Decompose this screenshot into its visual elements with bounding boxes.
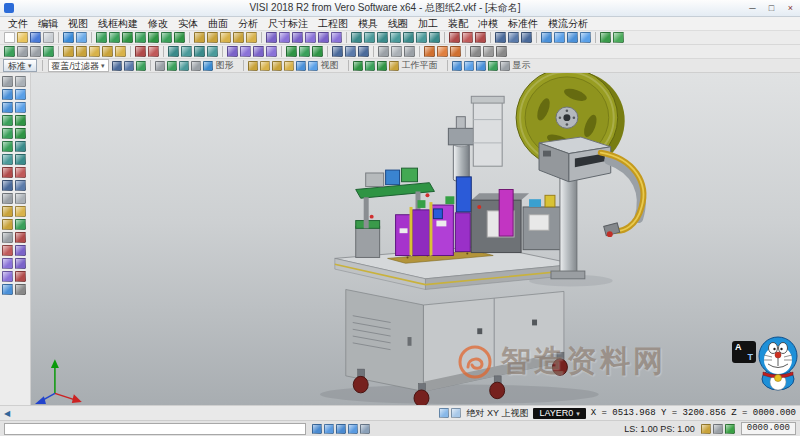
spline-icon[interactable] [174, 32, 185, 43]
colors-icon[interactable] [15, 180, 26, 191]
mesh-tools-icon[interactable] [15, 154, 26, 165]
undo-icon[interactable] [63, 32, 74, 43]
render-icon[interactable] [424, 46, 435, 57]
layer-indicator[interactable]: LAYER0 ▾ [533, 408, 585, 419]
snap-end-icon[interactable] [324, 424, 334, 434]
z-depth-readout[interactable]: 0000.000 [741, 422, 796, 435]
create-solid-icon[interactable] [2, 154, 13, 165]
create-arc-icon[interactable] [15, 128, 26, 139]
catalog-icon[interactable] [358, 46, 369, 57]
isolate-icon[interactable] [15, 193, 26, 204]
ortho-lock-icon[interactable] [360, 424, 370, 434]
coordinate-mode[interactable]: 绝对 XY 上视图 [467, 407, 529, 420]
wireframe-display-icon[interactable] [155, 61, 165, 71]
zoom-fit-icon[interactable] [541, 32, 552, 43]
array-icon[interactable] [331, 32, 342, 43]
axis-mode-icon[interactable] [439, 408, 449, 418]
snap-mid-icon[interactable] [336, 424, 346, 434]
shell-icon[interactable] [403, 32, 414, 43]
post-process-icon[interactable] [312, 46, 323, 57]
boolean-union-icon[interactable] [416, 32, 427, 43]
select-icon[interactable] [2, 76, 13, 87]
offset-icon[interactable] [246, 32, 257, 43]
rotate-tool-icon[interactable] [15, 258, 26, 269]
color-filter-icon[interactable] [136, 61, 146, 71]
top-view-icon[interactable] [248, 61, 258, 71]
plane-custom-icon[interactable] [389, 61, 399, 71]
wcs-status-icon[interactable] [701, 424, 711, 434]
menu-item-16[interactable]: 标准件 [503, 17, 543, 31]
units-icon[interactable] [713, 424, 723, 434]
measure-tool-icon[interactable] [2, 245, 13, 256]
orbit-view-icon[interactable] [296, 61, 306, 71]
create-line-icon[interactable] [15, 115, 26, 126]
layers-icon[interactable] [2, 180, 13, 191]
wcs-tool-icon[interactable] [2, 206, 13, 217]
zoom-in-icon[interactable] [452, 61, 462, 71]
menu-item-14[interactable]: 装配 [443, 17, 473, 31]
view-iso-icon[interactable] [102, 46, 113, 57]
plane-mode-icon[interactable] [451, 408, 461, 418]
grid-toggle-icon[interactable] [378, 46, 389, 57]
plugins-icon[interactable] [470, 46, 481, 57]
delete-tool-icon[interactable] [15, 271, 26, 282]
transparent-display-icon[interactable] [179, 61, 189, 71]
trim-icon[interactable] [194, 32, 205, 43]
dimension-tool-icon[interactable] [2, 167, 13, 178]
open-folder-icon[interactable] [17, 32, 28, 43]
material-library-icon[interactable] [332, 46, 343, 57]
chamfer-icon[interactable] [233, 32, 244, 43]
plane-xy-icon[interactable] [353, 61, 363, 71]
perspective-view-icon[interactable] [43, 46, 54, 57]
menu-item-5[interactable]: 修改 [143, 17, 173, 31]
menu-item-15[interactable]: 冲模 [473, 17, 503, 31]
section-view-icon[interactable] [135, 46, 146, 57]
circle-icon[interactable] [148, 32, 159, 43]
layer-filter-icon[interactable] [112, 61, 122, 71]
side-view-icon[interactable] [272, 61, 282, 71]
collapse-arrow-icon[interactable]: ◀ [4, 409, 10, 418]
line-icon[interactable] [109, 32, 120, 43]
new-file-icon[interactable] [4, 32, 15, 43]
maximize-button[interactable]: □ [762, 1, 781, 16]
edges-display-icon[interactable] [191, 61, 201, 71]
show-hide-icon[interactable] [2, 193, 13, 204]
snap-tool-icon[interactable] [2, 219, 13, 230]
iso-view-icon[interactable] [284, 61, 294, 71]
shaded-view-icon[interactable] [4, 46, 15, 57]
clip-plane-icon[interactable] [148, 46, 159, 57]
box-select-icon[interactable] [15, 76, 26, 87]
plane-yz-icon[interactable] [377, 61, 387, 71]
move-icon[interactable] [266, 32, 277, 43]
type-filter-icon[interactable] [124, 61, 134, 71]
rotate-icon[interactable] [292, 32, 303, 43]
snap-toggle-icon[interactable] [391, 46, 402, 57]
redraw-icon[interactable] [488, 61, 498, 71]
standard-parts-icon[interactable] [345, 46, 356, 57]
sweep-icon[interactable] [377, 32, 388, 43]
menu-item-13[interactable]: 加工 [413, 17, 443, 31]
menu-item-6[interactable]: 实体 [173, 17, 203, 31]
hidden-line-view-icon[interactable] [30, 46, 41, 57]
zoom-fit-view-icon[interactable] [2, 102, 13, 113]
create-curve-icon[interactable] [2, 141, 13, 152]
mirror-icon[interactable] [305, 32, 316, 43]
points-display-icon[interactable] [203, 61, 213, 71]
rotate-view-icon[interactable] [580, 32, 591, 43]
measure-icon[interactable] [449, 32, 460, 43]
ucs-icon[interactable] [404, 46, 415, 57]
shading-icon[interactable] [15, 219, 26, 230]
text-tool-icon[interactable] [15, 167, 26, 178]
boolean-subtract-icon[interactable] [429, 32, 440, 43]
snap-center-icon[interactable] [348, 424, 358, 434]
pan-display-icon[interactable] [476, 61, 486, 71]
mold-tools-icon[interactable] [227, 46, 238, 57]
curvature-analysis-icon[interactable] [181, 46, 192, 57]
move-tool-icon[interactable] [2, 258, 13, 269]
mirror-tool-icon[interactable] [2, 271, 13, 282]
refresh-view-icon[interactable] [2, 284, 13, 295]
simulation-icon[interactable] [299, 46, 310, 57]
options-icon[interactable] [496, 46, 507, 57]
properties-icon[interactable] [521, 32, 532, 43]
revolve-icon[interactable] [364, 32, 375, 43]
